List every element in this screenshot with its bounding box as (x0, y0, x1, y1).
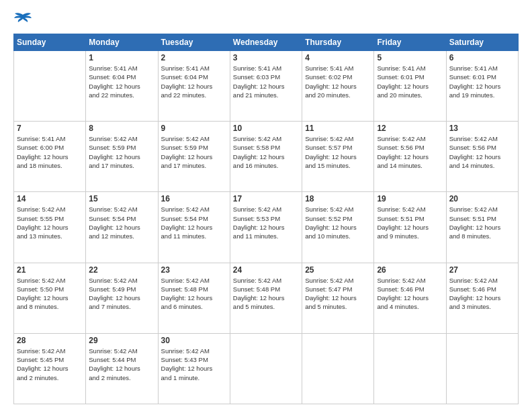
day-number: 27 (449, 265, 515, 275)
day-number: 14 (17, 194, 83, 203)
weekday-header: Monday (86, 34, 158, 51)
page-header (13, 12, 519, 27)
calendar-cell (230, 333, 302, 404)
calendar-cell: 4Sunrise: 5:41 AM Sunset: 6:02 PM Daylig… (302, 51, 374, 122)
calendar-cell: 8Sunrise: 5:42 AM Sunset: 5:59 PM Daylig… (86, 122, 158, 192)
calendar-cell: 19Sunrise: 5:42 AM Sunset: 5:51 PM Dayli… (374, 192, 446, 263)
day-number: 9 (161, 124, 227, 133)
calendar-cell: 25Sunrise: 5:42 AM Sunset: 5:47 PM Dayli… (302, 263, 374, 333)
day-number: 26 (377, 265, 443, 275)
day-info: Sunrise: 5:42 AM Sunset: 5:56 PM Dayligh… (449, 134, 515, 170)
day-info: Sunrise: 5:42 AM Sunset: 5:51 PM Dayligh… (377, 205, 443, 240)
day-info: Sunrise: 5:42 AM Sunset: 5:46 PM Dayligh… (377, 276, 443, 312)
calendar-cell: 27Sunrise: 5:42 AM Sunset: 5:46 PM Dayli… (446, 263, 518, 333)
calendar-cell: 17Sunrise: 5:42 AM Sunset: 5:53 PM Dayli… (230, 192, 302, 263)
calendar-cell (374, 333, 446, 404)
day-number: 12 (377, 124, 443, 133)
day-number: 3 (233, 53, 299, 62)
day-info: Sunrise: 5:42 AM Sunset: 5:58 PM Dayligh… (233, 134, 299, 170)
calendar-cell: 13Sunrise: 5:42 AM Sunset: 5:56 PM Dayli… (446, 122, 518, 192)
weekday-header: Sunday (14, 34, 86, 51)
weekday-header: Wednesday (230, 34, 302, 51)
day-info: Sunrise: 5:42 AM Sunset: 5:54 PM Dayligh… (161, 205, 227, 240)
calendar-cell: 18Sunrise: 5:42 AM Sunset: 5:52 PM Dayli… (302, 192, 374, 263)
day-info: Sunrise: 5:41 AM Sunset: 6:01 PM Dayligh… (377, 64, 443, 99)
calendar-cell: 6Sunrise: 5:41 AM Sunset: 6:01 PM Daylig… (446, 51, 518, 122)
calendar-cell: 3Sunrise: 5:41 AM Sunset: 6:03 PM Daylig… (230, 51, 302, 122)
day-info: Sunrise: 5:42 AM Sunset: 5:53 PM Dayligh… (233, 205, 299, 240)
weekday-header: Saturday (446, 34, 518, 51)
logo-icon (13, 12, 32, 27)
day-info: Sunrise: 5:42 AM Sunset: 5:43 PM Dayligh… (161, 347, 227, 382)
calendar-table: SundayMondayTuesdayWednesdayThursdayFrid… (13, 34, 519, 404)
day-number: 15 (89, 194, 154, 203)
day-number: 23 (161, 265, 227, 275)
day-number: 8 (89, 124, 154, 133)
calendar-cell: 24Sunrise: 5:42 AM Sunset: 5:48 PM Dayli… (230, 263, 302, 333)
calendar-cell: 14Sunrise: 5:42 AM Sunset: 5:55 PM Dayli… (14, 192, 86, 263)
day-info: Sunrise: 5:42 AM Sunset: 5:59 PM Dayligh… (161, 134, 227, 170)
day-info: Sunrise: 5:42 AM Sunset: 5:54 PM Dayligh… (89, 205, 154, 240)
calendar-cell: 1Sunrise: 5:41 AM Sunset: 6:04 PM Daylig… (86, 51, 158, 122)
day-info: Sunrise: 5:42 AM Sunset: 5:50 PM Dayligh… (17, 276, 83, 312)
calendar-cell: 9Sunrise: 5:42 AM Sunset: 5:59 PM Daylig… (158, 122, 230, 192)
day-number: 22 (89, 265, 154, 275)
day-number: 24 (233, 265, 299, 275)
calendar-cell: 26Sunrise: 5:42 AM Sunset: 5:46 PM Dayli… (374, 263, 446, 333)
calendar-cell: 20Sunrise: 5:42 AM Sunset: 5:51 PM Dayli… (446, 192, 518, 263)
day-number: 30 (161, 336, 227, 345)
calendar-cell: 5Sunrise: 5:41 AM Sunset: 6:01 PM Daylig… (374, 51, 446, 122)
calendar-cell: 28Sunrise: 5:42 AM Sunset: 5:45 PM Dayli… (14, 333, 86, 404)
day-number: 13 (449, 124, 515, 133)
day-number: 29 (89, 336, 154, 345)
day-info: Sunrise: 5:41 AM Sunset: 6:02 PM Dayligh… (305, 64, 371, 99)
day-info: Sunrise: 5:42 AM Sunset: 5:59 PM Dayligh… (89, 134, 154, 170)
calendar-header-row: SundayMondayTuesdayWednesdayThursdayFrid… (14, 34, 519, 51)
calendar-cell: 23Sunrise: 5:42 AM Sunset: 5:48 PM Dayli… (158, 263, 230, 333)
day-number: 4 (305, 53, 371, 62)
calendar-cell: 16Sunrise: 5:42 AM Sunset: 5:54 PM Dayli… (158, 192, 230, 263)
day-number: 11 (305, 124, 371, 133)
day-number: 7 (17, 124, 83, 133)
day-info: Sunrise: 5:42 AM Sunset: 5:51 PM Dayligh… (449, 205, 515, 240)
day-info: Sunrise: 5:42 AM Sunset: 5:46 PM Dayligh… (449, 276, 515, 312)
calendar-cell (302, 333, 374, 404)
calendar-week-row: 1Sunrise: 5:41 AM Sunset: 6:04 PM Daylig… (14, 51, 519, 122)
calendar-cell: 11Sunrise: 5:42 AM Sunset: 5:57 PM Dayli… (302, 122, 374, 192)
day-info: Sunrise: 5:41 AM Sunset: 6:04 PM Dayligh… (89, 64, 154, 99)
calendar-week-row: 7Sunrise: 5:41 AM Sunset: 6:00 PM Daylig… (14, 122, 519, 192)
day-number: 5 (377, 53, 443, 62)
calendar-cell: 22Sunrise: 5:42 AM Sunset: 5:49 PM Dayli… (86, 263, 158, 333)
logo (13, 12, 35, 27)
day-info: Sunrise: 5:42 AM Sunset: 5:56 PM Dayligh… (377, 134, 443, 170)
weekday-header: Friday (374, 34, 446, 51)
day-info: Sunrise: 5:42 AM Sunset: 5:49 PM Dayligh… (89, 276, 154, 312)
day-number: 6 (449, 53, 515, 62)
day-info: Sunrise: 5:42 AM Sunset: 5:57 PM Dayligh… (305, 134, 371, 170)
day-number: 10 (233, 124, 299, 133)
day-number: 16 (161, 194, 227, 203)
calendar-cell: 30Sunrise: 5:42 AM Sunset: 5:43 PM Dayli… (158, 333, 230, 404)
day-info: Sunrise: 5:41 AM Sunset: 6:03 PM Dayligh… (233, 64, 299, 99)
calendar-week-row: 14Sunrise: 5:42 AM Sunset: 5:55 PM Dayli… (14, 192, 519, 263)
day-info: Sunrise: 5:41 AM Sunset: 6:04 PM Dayligh… (161, 64, 227, 99)
day-info: Sunrise: 5:41 AM Sunset: 6:01 PM Dayligh… (449, 64, 515, 99)
calendar-week-row: 21Sunrise: 5:42 AM Sunset: 5:50 PM Dayli… (14, 263, 519, 333)
weekday-header: Tuesday (158, 34, 230, 51)
day-number: 19 (377, 194, 443, 203)
day-info: Sunrise: 5:42 AM Sunset: 5:45 PM Dayligh… (17, 347, 83, 382)
weekday-header: Thursday (302, 34, 374, 51)
day-number: 2 (161, 53, 227, 62)
calendar-cell: 12Sunrise: 5:42 AM Sunset: 5:56 PM Dayli… (374, 122, 446, 192)
calendar-cell: 15Sunrise: 5:42 AM Sunset: 5:54 PM Dayli… (86, 192, 158, 263)
day-number: 18 (305, 194, 371, 203)
day-number: 1 (89, 53, 154, 62)
day-info: Sunrise: 5:42 AM Sunset: 5:48 PM Dayligh… (161, 276, 227, 312)
calendar-week-row: 28Sunrise: 5:42 AM Sunset: 5:45 PM Dayli… (14, 333, 519, 404)
day-info: Sunrise: 5:42 AM Sunset: 5:44 PM Dayligh… (89, 347, 154, 382)
day-info: Sunrise: 5:42 AM Sunset: 5:55 PM Dayligh… (17, 205, 83, 240)
day-info: Sunrise: 5:42 AM Sunset: 5:47 PM Dayligh… (305, 276, 371, 312)
calendar-cell: 21Sunrise: 5:42 AM Sunset: 5:50 PM Dayli… (14, 263, 86, 333)
calendar-cell: 10Sunrise: 5:42 AM Sunset: 5:58 PM Dayli… (230, 122, 302, 192)
day-number: 21 (17, 265, 83, 275)
